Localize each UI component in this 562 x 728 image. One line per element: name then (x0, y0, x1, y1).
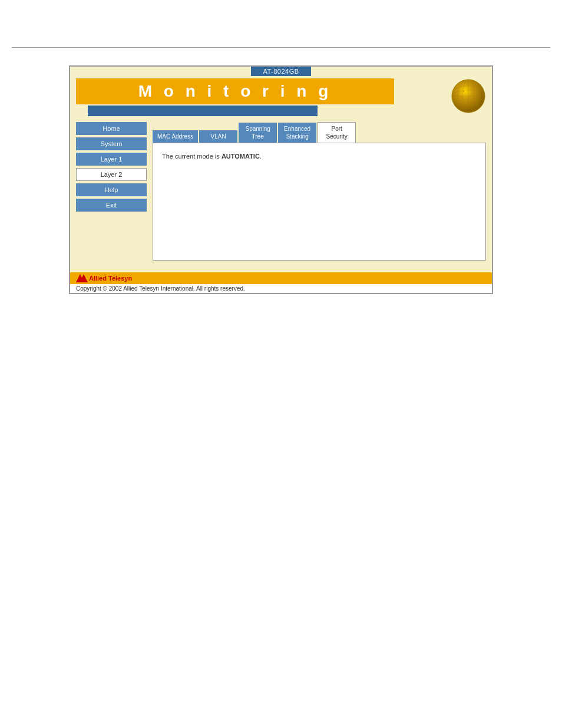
tab-bar: MAC Address VLAN Spanning Tree Enhanced … (153, 122, 486, 143)
page-wrapper: AT-8024GB M o n i t o r i n g (0, 48, 562, 312)
svg-point-9 (475, 94, 476, 95)
globe-icon (451, 78, 486, 114)
content-message-prefix: The current mode is (162, 153, 222, 160)
tab-vlan[interactable]: VLAN (199, 130, 237, 143)
svg-point-10 (472, 100, 474, 101)
tab-mac-address[interactable]: MAC Address (153, 130, 198, 143)
content-message-suffix: . (260, 153, 262, 160)
device-label: AT-8024GB (251, 67, 310, 76)
nav-exit-button[interactable]: Exit (76, 199, 147, 212)
tab-enhanced-stacking[interactable]: Enhanced Stacking (278, 123, 316, 143)
svg-point-11 (465, 101, 466, 103)
main-frame: AT-8024GB M o n i t o r i n g (69, 65, 493, 294)
svg-point-8 (471, 88, 472, 90)
svg-rect-14 (78, 280, 86, 281)
content-message-value: AUTOMATIC (222, 153, 260, 160)
nav-layer1-button[interactable]: Layer 1 (76, 153, 147, 166)
right-content: MAC Address VLAN Spanning Tree Enhanced … (153, 122, 486, 261)
footer-copyright: Copyright © 2002 Allied Telesyn Internat… (70, 284, 492, 293)
footer-logo-text: Allied Telesyn (89, 275, 132, 282)
nav-home-button[interactable]: Home (76, 122, 147, 135)
svg-point-7 (463, 91, 464, 92)
title-block: M o n i t o r i n g (76, 78, 486, 116)
tab-port-security[interactable]: Port Security (318, 122, 356, 143)
device-label-row: AT-8024GB (70, 67, 492, 76)
tab-spanning-tree[interactable]: Spanning Tree (239, 123, 277, 143)
footer-logo: Allied Telesyn (76, 274, 132, 282)
footer: Allied Telesyn (70, 272, 492, 284)
svg-point-12 (461, 97, 462, 98)
footer-logo-icon (76, 274, 88, 282)
nav-system-button[interactable]: System (76, 137, 147, 150)
content-area: Home System Layer 1 Layer 2 Help Exit MA… (70, 116, 492, 266)
header-area: M o n i t o r i n g (70, 76, 492, 116)
content-message: The current mode is AUTOMATIC. (162, 153, 262, 160)
content-box: The current mode is AUTOMATIC. (153, 143, 486, 261)
subtitle-bar (88, 106, 318, 116)
page-title: M o n i t o r i n g (76, 78, 394, 104)
nav-help-button[interactable]: Help (76, 183, 147, 196)
left-nav: Home System Layer 1 Layer 2 Help Exit (76, 122, 147, 261)
nav-layer2-button[interactable]: Layer 2 (76, 168, 147, 181)
